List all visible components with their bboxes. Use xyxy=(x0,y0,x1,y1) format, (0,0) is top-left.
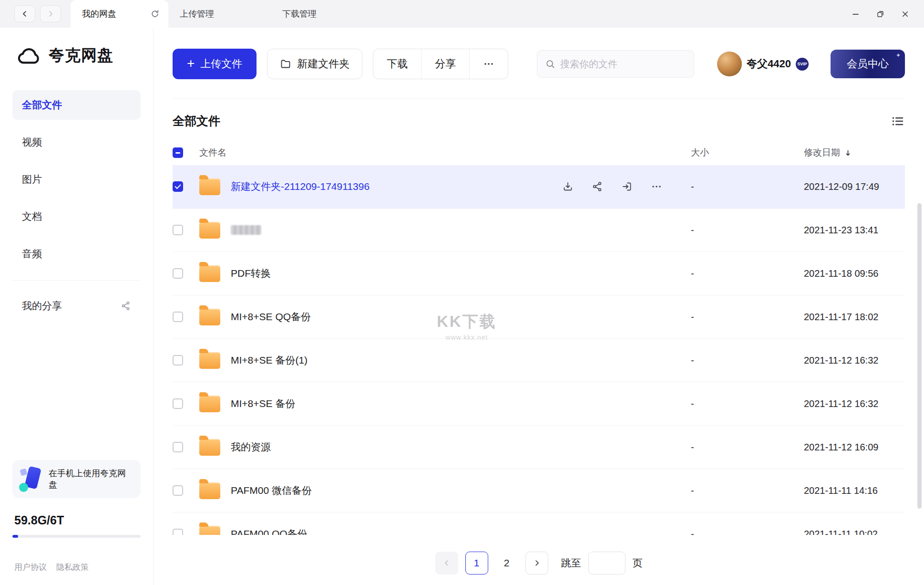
save-to-icon[interactable] xyxy=(621,181,633,192)
storage-usage: 59.8G/6T xyxy=(12,513,141,527)
sidebar-nav: 全部文件 视频 图片 文档 音频 xyxy=(12,90,141,276)
row-checkbox[interactable] xyxy=(173,225,183,235)
sidebar-item-all-files[interactable]: 全部文件 xyxy=(12,90,141,120)
column-modified[interactable]: 修改日期 xyxy=(804,146,840,159)
file-size: - xyxy=(691,529,804,535)
mobile-promo[interactable]: 在手机上使用夸克网盘 xyxy=(12,460,141,498)
prev-page-button[interactable] xyxy=(435,552,458,575)
tab-my-drive[interactable]: 我的网盘 xyxy=(71,0,168,28)
svip-badge: SVIP xyxy=(796,58,809,71)
sidebar-item-documents[interactable]: 文档 xyxy=(12,202,141,231)
file-row[interactable]: MI+8+SE 备份(1) - 2021-11-12 16:32 xyxy=(173,339,905,382)
brand-name: 夸克网盘 xyxy=(49,45,113,66)
link-user-agreement[interactable]: 用户协议 xyxy=(14,562,47,573)
file-row[interactable]: MI+8+SE 备份 - 2021-11-12 16:32 xyxy=(173,382,905,426)
row-checkbox[interactable] xyxy=(173,355,183,366)
file-row[interactable]: MI+8+SE QQ备份 - 2021-11-17 18:02 xyxy=(173,295,905,339)
file-row[interactable]: PDF转换 - 2021-11-18 09:56 xyxy=(173,252,905,295)
share-button[interactable]: 分享 xyxy=(421,49,469,79)
more-actions-button[interactable] xyxy=(469,49,508,79)
jump-page-input[interactable] xyxy=(588,552,626,575)
row-checkbox-cell xyxy=(173,355,199,366)
file-name[interactable]: MI+8+SE QQ备份 xyxy=(231,310,311,324)
file-size: - xyxy=(691,225,804,236)
cloud-logo-icon xyxy=(16,46,42,66)
search-input[interactable] xyxy=(560,59,686,70)
pagination: 1 2 跳至 页 xyxy=(173,544,905,585)
row-checkbox[interactable] xyxy=(173,529,183,535)
sidebar-item-videos[interactable]: 视频 xyxy=(12,127,141,157)
sidebar-item-images[interactable]: 图片 xyxy=(12,165,141,194)
page-1-button[interactable]: 1 xyxy=(465,552,488,575)
file-name[interactable]: PAFM00 微信备份 xyxy=(231,484,312,497)
download-icon[interactable] xyxy=(562,181,574,192)
upload-button[interactable]: + 上传文件 xyxy=(173,49,257,79)
row-name-cell: PDF转换 xyxy=(199,265,691,282)
teal-dot xyxy=(19,483,28,492)
search-icon xyxy=(545,59,555,69)
tab-download-manager[interactable]: 下载管理 xyxy=(271,0,373,28)
storage-progress-fill xyxy=(12,535,18,538)
sort-desc-icon[interactable] xyxy=(844,149,852,157)
row-checkbox[interactable] xyxy=(173,268,183,279)
forward-button[interactable] xyxy=(40,5,61,22)
row-checkbox[interactable] xyxy=(173,181,183,192)
link-privacy-policy[interactable]: 隐私政策 xyxy=(56,562,89,573)
file-row[interactable]: 新建文件夹-211209-174911396 - 2021-12-09 17:4… xyxy=(173,165,905,209)
close-icon xyxy=(901,10,910,19)
sidebar-divider xyxy=(12,280,141,281)
sidebar: 夸克网盘 全部文件 视频 图片 文档 音频 xyxy=(0,28,154,585)
search-box[interactable] xyxy=(537,50,694,78)
minimize-button[interactable] xyxy=(843,0,868,28)
file-name[interactable]: PDF转换 xyxy=(231,267,271,280)
page-2-button[interactable]: 2 xyxy=(495,552,518,575)
row-name-cell: 新建文件夹-211209-174911396 xyxy=(199,178,691,195)
file-name[interactable]: MI+8+SE 备份(1) xyxy=(231,354,308,367)
user-account[interactable]: 夸父4420 SVIP xyxy=(717,52,809,76)
nav-label: 全部文件 xyxy=(22,98,62,112)
select-all-checkbox[interactable] xyxy=(173,147,183,158)
row-checkbox[interactable] xyxy=(173,485,183,496)
vertical-scrollbar[interactable] xyxy=(917,203,922,509)
download-button[interactable]: 下载 xyxy=(373,49,421,79)
back-button[interactable] xyxy=(14,5,35,22)
file-size: - xyxy=(691,398,804,409)
user-avatar[interactable] xyxy=(717,52,742,76)
maximize-button[interactable] xyxy=(868,0,893,28)
file-date: 2021-11-17 18:02 xyxy=(804,312,905,323)
file-size: - xyxy=(691,268,804,279)
file-row[interactable]: PAFM00 QQ备份 - 2021-11-11 10:02 xyxy=(173,512,905,535)
chevron-left-icon xyxy=(21,10,29,18)
sidebar-item-audio[interactable]: 音频 xyxy=(12,239,141,269)
more-icon[interactable] xyxy=(651,181,662,192)
vip-center-button[interactable]: 会员中心 xyxy=(831,50,905,78)
row-checkbox[interactable] xyxy=(173,312,183,322)
list-view-icon[interactable] xyxy=(891,114,905,128)
next-page-button[interactable] xyxy=(525,552,548,575)
window-controls xyxy=(843,0,924,28)
refresh-icon[interactable] xyxy=(150,9,160,19)
row-checkbox-cell xyxy=(173,529,199,535)
brand: 夸克网盘 xyxy=(12,45,141,66)
file-row[interactable]: - 2021-11-23 13:41 xyxy=(173,209,905,252)
footer-links: 用户协议 隐私政策 xyxy=(12,562,141,573)
new-folder-button[interactable]: 新建文件夹 xyxy=(267,49,362,79)
file-name[interactable]: 新建文件夹-211209-174911396 xyxy=(231,180,370,193)
row-name-cell: MI+8+SE 备份 xyxy=(199,396,691,412)
row-checkbox[interactable] xyxy=(173,442,183,452)
sidebar-item-my-shares[interactable]: 我的分享 xyxy=(12,291,141,321)
column-size[interactable]: 大小 xyxy=(691,147,709,157)
file-row[interactable]: 我的资源 - 2021-11-12 16:09 xyxy=(173,426,905,469)
file-name[interactable]: 我的资源 xyxy=(231,440,271,454)
share-icon[interactable] xyxy=(592,181,603,192)
column-name[interactable]: 文件名 xyxy=(199,146,226,159)
file-size: - xyxy=(691,442,804,453)
file-name[interactable] xyxy=(231,225,261,235)
file-row[interactable]: PAFM00 微信备份 - 2021-11-11 14:16 xyxy=(173,469,905,512)
tab-upload-manager[interactable]: 上传管理 xyxy=(168,0,271,28)
file-name[interactable]: PAFM00 QQ备份 xyxy=(231,527,308,535)
row-actions xyxy=(562,181,691,192)
row-checkbox[interactable] xyxy=(173,398,183,409)
file-name[interactable]: MI+8+SE 备份 xyxy=(231,397,295,410)
close-button[interactable] xyxy=(893,0,917,28)
